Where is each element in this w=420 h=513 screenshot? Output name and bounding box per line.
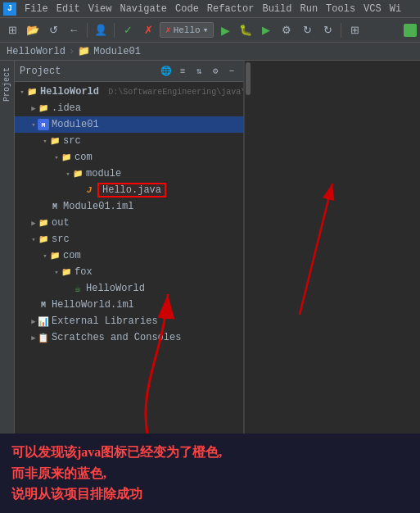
extra-btn[interactable]: ⊞ <box>345 21 364 39</box>
menu-run[interactable]: Run <box>296 3 321 15</box>
tree-item-out[interactable]: ▶ 📁 out <box>15 215 243 231</box>
fox-label: fox <box>75 266 93 278</box>
panel-title: Project <box>20 66 61 77</box>
toolbar-sep-3 <box>341 23 341 38</box>
hello-run-config[interactable]: ✗ Hello ▾ <box>160 22 214 38</box>
toolbar-check-btn[interactable]: ✓ <box>119 21 137 39</box>
tree-item-src1[interactable]: ▾ 📁 src <box>15 133 243 149</box>
breadcrumb-root[interactable]: HelloWorld <box>7 46 65 57</box>
tree-root[interactable]: ▾ 📁 HelloWorld D:\SoftwareEngineering\ja… <box>15 84 243 100</box>
annotation-line1: 可以发现该java图标已经变为了橙色, <box>11 442 409 463</box>
module01-iml-icon: M <box>49 201 61 212</box>
module01-arrow: ▾ <box>29 120 38 129</box>
module-pkg-icon: 📁 <box>72 168 84 179</box>
idea-label: .idea <box>52 102 81 114</box>
menu-navigate[interactable]: Navigate <box>116 3 170 15</box>
reload-btn[interactable]: ↻ <box>298 21 316 39</box>
fox-arrow: ▾ <box>52 268 61 276</box>
tree-item-module01-iml[interactable]: ▶ M Module01.iml <box>15 198 243 215</box>
src1-arrow: ▾ <box>41 137 49 145</box>
tree-item-idea[interactable]: ▶ 📁 .idea <box>15 100 243 116</box>
module01-iml-label: Module01.iml <box>63 201 133 212</box>
menu-bar: J File Edit View Navigate Code Refactor … <box>0 0 420 18</box>
run-button[interactable]: ▶ <box>216 21 234 39</box>
annotation-panel: 可以发现该java图标已经变为了橙色, 而非原来的蓝色, 说明从该项目排除成功 <box>0 434 420 513</box>
ext-libs-icon: 📊 <box>38 316 49 327</box>
menu-edit[interactable]: Edit <box>53 3 84 15</box>
com1-icon: 📁 <box>61 152 72 163</box>
toolbar-sep-1 <box>87 23 88 38</box>
root-label: HelloWorld D:\SoftwareEngineering\java\e… <box>40 86 243 98</box>
tree-item-com2[interactable]: ▾ 📁 com <box>15 247 243 264</box>
module-pkg-label: module <box>86 168 121 179</box>
helloworld-iml-icon: M <box>38 299 49 311</box>
src2-icon: 📁 <box>38 234 49 245</box>
breadcrumb-folder-icon: 📁 <box>78 45 90 57</box>
dropdown-icon: ▾ <box>203 25 209 35</box>
module-pkg-arrow: ▾ <box>64 170 72 178</box>
profile-btn[interactable]: ⚙ <box>278 21 296 39</box>
src1-icon: 📁 <box>49 135 61 147</box>
src2-label: src <box>52 234 70 245</box>
breadcrumb-module[interactable]: Module01 <box>93 46 141 57</box>
menu-view[interactable]: View <box>85 3 115 15</box>
panel-list-icon[interactable]: ≡ <box>176 65 189 78</box>
annotation-arrow <box>251 61 420 323</box>
toolbar-grid-btn[interactable]: ⊞ <box>3 21 21 39</box>
toolbar-open-btn[interactable]: 📂 <box>24 21 42 39</box>
tree-item-hello-java[interactable]: ▶ J Hello.java <box>15 182 243 198</box>
panel-sort-icon[interactable]: ⇅ <box>192 65 205 78</box>
toolbar-x-btn[interactable]: ✗ <box>139 21 157 39</box>
annotation-line2: 而非原来的蓝色, <box>11 463 409 484</box>
panel-minimize-icon[interactable]: − <box>225 65 238 78</box>
menu-vcs[interactable]: VCS <box>360 3 385 15</box>
out-icon: 📁 <box>38 217 49 229</box>
helloworld-iml-label: HelloWorld.iml <box>52 299 134 311</box>
panel-gear-icon[interactable]: ⚙ <box>209 65 222 78</box>
idea-arrow: ▶ <box>29 104 38 112</box>
tree-item-com1[interactable]: ▾ 📁 com <box>15 149 243 166</box>
toolbar-back-btn[interactable]: ← <box>65 21 83 39</box>
project-tab-label[interactable]: Project <box>1 64 13 105</box>
idea-folder-icon: 📁 <box>38 102 49 114</box>
tree-item-module01[interactable]: ▾ M Module01 <box>15 116 243 133</box>
coverage-btn[interactable]: ▶ <box>257 21 275 39</box>
menu-code[interactable]: Code <box>172 3 202 15</box>
src2-arrow: ▾ <box>29 235 38 243</box>
menu-build[interactable]: Build <box>259 3 295 15</box>
scratches-icon: 📋 <box>38 332 49 343</box>
menu-tools[interactable]: Tools <box>323 3 359 15</box>
src1-label: src <box>63 135 81 147</box>
com2-label: com <box>63 250 81 261</box>
tree-item-module-pkg[interactable]: ▾ 📁 module <box>15 166 243 182</box>
ext-libs-label: External Libraries <box>52 316 158 327</box>
toolbar-sep-2 <box>114 23 115 38</box>
app-icon: J <box>3 2 16 16</box>
panel-globe-icon[interactable]: 🌐 <box>160 65 173 78</box>
out-arrow: ▶ <box>29 219 38 227</box>
debug-button[interactable]: 🐛 <box>237 21 255 39</box>
scratches-arrow: ▶ <box>29 334 38 342</box>
fox-icon: 📁 <box>61 266 72 278</box>
toolbar-refresh-btn[interactable]: ↺ <box>44 21 62 39</box>
menu-wi[interactable]: Wi <box>386 3 404 15</box>
breadcrumb-sep: › <box>69 46 75 57</box>
tree-item-ext-libs[interactable]: ▶ 📊 External Libraries <box>15 313 243 329</box>
menu-refactor[interactable]: Refactor <box>204 3 258 15</box>
com1-arrow: ▾ <box>52 153 61 161</box>
out-label: out <box>52 217 70 229</box>
tree-item-scratches[interactable]: ▶ 📋 Scratches and Consoles <box>15 329 243 346</box>
hello-java-label: Hello.java <box>97 183 166 197</box>
helloworld-cls-label: HelloWorld <box>86 283 145 294</box>
tree-item-fox[interactable]: ▾ 📁 fox <box>15 264 243 280</box>
reload2-btn[interactable]: ↻ <box>318 21 336 39</box>
tree-item-src2[interactable]: ▾ 📁 src <box>15 231 243 247</box>
module01-icon: M <box>38 119 49 130</box>
tree-item-helloworld-cls[interactable]: ▶ ☕ HelloWorld <box>15 280 243 297</box>
toolbar: ⊞ 📂 ↺ ← 👤 ✓ ✗ ✗ Hello ▾ ▶ 🐛 ▶ ⚙ ↻ ↻ ⊞ <box>0 18 420 43</box>
root-folder-icon: 📁 <box>26 86 38 98</box>
tree-item-helloworld-iml[interactable]: ▶ M HelloWorld.iml <box>15 297 243 313</box>
scratches-label: Scratches and Consoles <box>52 332 181 343</box>
toolbar-user-btn[interactable]: 👤 <box>92 21 110 39</box>
menu-file[interactable]: File <box>21 3 52 15</box>
